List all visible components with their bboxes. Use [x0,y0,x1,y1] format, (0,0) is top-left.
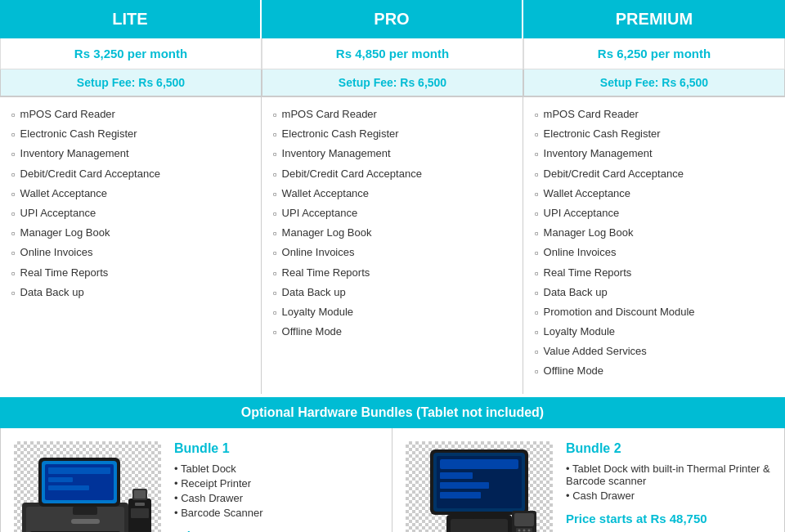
premium-setup: Setup Fee: Rs 6,500 [523,69,785,96]
feature-item: Loyalty Module [535,324,774,340]
bundle-2-info: Bundle 2 Tablet Dock with built-in Therm… [566,441,771,525]
feature-item: Debit/Credit Card Acceptance [535,167,774,182]
svg-rect-3 [71,519,100,524]
feature-item: Manager Log Book [11,226,249,241]
svg-rect-27 [514,513,534,526]
feature-item: Real Time Reports [535,266,774,281]
pro-header: PRO [262,0,523,38]
feature-item: Electronic Cash Register [273,127,511,142]
feature-item: Online Invoices [273,245,511,261]
lite-features: mPOS Card ReaderElectronic Cash Register… [0,97,262,394]
feature-item: Wallet Acceptance [273,186,511,202]
feature-item: Data Back up [535,285,774,301]
svg-rect-23 [440,472,473,479]
feature-item: Online Invoices [11,245,249,261]
feature-item: mPOS Card Reader [273,107,511,123]
feature-item: UPI Acceptance [273,206,511,221]
bundle-2-illustration [406,441,549,532]
feature-item: UPI Acceptance [535,206,774,221]
premium-price: Rs 6,250 per month [523,38,785,69]
bundle-item: Cash Drawer [174,492,379,504]
svg-point-31 [528,529,531,531]
feature-item: Data Back up [273,285,511,301]
hardware-banner: Optional Hardware Bundles (Tablet not in… [0,397,785,428]
premium-features: mPOS Card ReaderElectronic Cash Register… [523,97,785,394]
svg-rect-11 [48,477,73,482]
setup-fee-row: Setup Fee: Rs 6,500 Setup Fee: Rs 6,500 … [0,69,785,96]
pro-price: Rs 4,850 per month [262,38,523,69]
feature-item: Value Added Services [535,344,774,360]
bundle-1-info: Bundle 1 Tablet DockReceipt PrinterCash … [174,441,379,532]
svg-point-29 [518,529,521,531]
bundle-1-items: Tablet DockReceipt PrinterCash DrawerBar… [174,463,379,519]
bundle-1-cell: Bundle 1 Tablet DockReceipt PrinterCash … [1,428,392,532]
feature-item: Data Back up [11,285,249,301]
svg-rect-22 [440,459,518,469]
feature-item: Offline Mode [535,364,774,379]
feature-item: Inventory Management [535,146,774,162]
bundle-item: Tablet Dock [174,463,379,475]
feature-item: Manager Log Book [535,226,774,241]
lite-header: LITE [0,0,262,38]
feature-item: mPOS Card Reader [11,107,249,123]
feature-item: mPOS Card Reader [535,107,774,123]
features-row: mPOS Card ReaderElectronic Cash Register… [0,96,785,394]
bundle-1-title: Bundle 1 [174,441,379,456]
feature-item: Real Time Reports [11,266,249,281]
svg-rect-5 [131,508,149,518]
lite-price: Rs 3,250 per month [0,38,262,69]
feature-item: Wallet Acceptance [11,186,249,202]
pro-features: mPOS Card ReaderElectronic Cash Register… [262,97,523,394]
bundle-item: Barcode Scanner [174,507,379,519]
feature-item: Debit/Credit Card Acceptance [11,167,249,182]
plans-header-row: LITE PRO PREMIUM [0,0,785,38]
bundle-1-price: Price starts at Rs 32,500 [174,529,379,532]
svg-rect-6 [135,503,145,506]
premium-header: PREMIUM [523,0,785,38]
feature-item: Electronic Cash Register [535,127,774,142]
bundle-1-illustration [14,441,157,532]
feature-item: Debit/Credit Card Acceptance [273,167,511,182]
feature-item: Online Invoices [535,245,774,261]
bundle-2-price: Price starts at Rs 48,750 [566,512,771,525]
feature-item: UPI Acceptance [11,206,249,221]
bundle-1-image [14,441,161,532]
bundle-item: Receipt Printer [174,477,379,490]
svg-rect-24 [440,482,489,489]
svg-rect-12 [48,485,89,490]
svg-rect-15 [134,490,146,498]
bundles-row: Bundle 1 Tablet DockReceipt PrinterCash … [0,428,785,532]
bundle-2-cell: Bundle 2 Tablet Dock with built-in Therm… [392,428,784,532]
feature-item: Inventory Management [11,146,249,162]
svg-rect-10 [48,467,110,474]
lite-setup: Setup Fee: Rs 6,500 [0,69,262,96]
feature-item: Real Time Reports [273,266,511,281]
feature-item: Electronic Cash Register [11,127,249,142]
feature-item: Offline Mode [273,324,511,340]
feature-item: Wallet Acceptance [535,186,774,202]
bundle-2-image [406,441,553,532]
bundle-2-title: Bundle 2 [566,441,771,456]
svg-rect-17 [451,519,508,532]
feature-item: Manager Log Book [273,226,511,241]
price-row: Rs 3,250 per month Rs 4,850 per month Rs… [0,38,785,69]
feature-item: Inventory Management [273,146,511,162]
bundle-2-items: Tablet Dock with built-in Thermal Printe… [566,463,771,502]
pro-setup: Setup Fee: Rs 6,500 [262,69,523,96]
bundle-item: Cash Drawer [566,490,771,502]
svg-point-30 [523,529,526,531]
svg-rect-13 [73,507,97,515]
feature-item: Promotion and Discount Module [535,305,774,320]
feature-item: Loyalty Module [273,305,511,320]
main-container: LITE PRO PREMIUM Rs 3,250 per month Rs 4… [0,0,785,532]
svg-rect-25 [440,492,481,498]
bundle-item: Tablet Dock with built-in Thermal Printe… [566,463,771,487]
